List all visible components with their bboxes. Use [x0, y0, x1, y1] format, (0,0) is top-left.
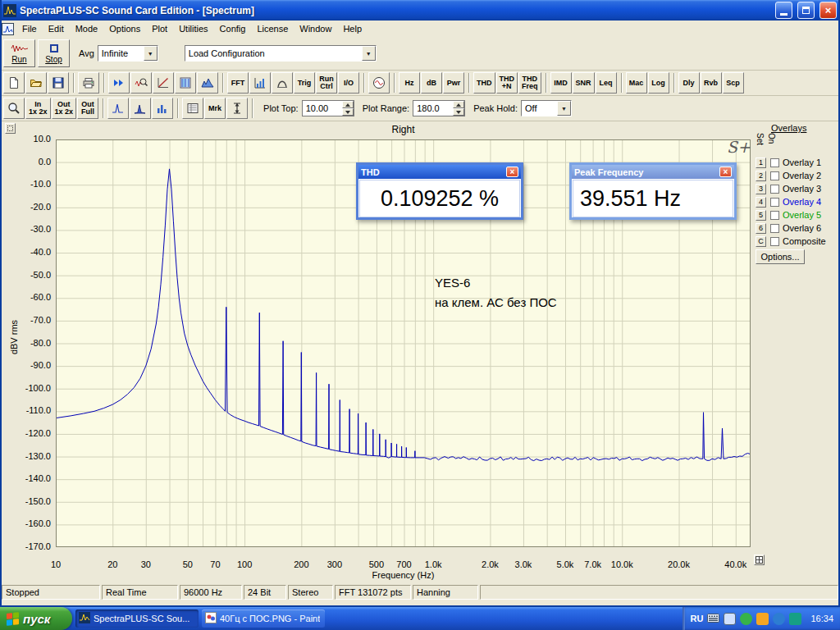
zoom-out-preset-button[interactable]: Out 1x 2x — [52, 98, 77, 119]
overlay-set-button-3[interactable]: 3 — [756, 184, 766, 194]
overlay-set-button-6[interactable]: 6 — [756, 223, 766, 234]
zoom-full-button[interactable]: Out Full — [77, 98, 98, 119]
spectrogram-button[interactable] — [175, 72, 196, 94]
run-button[interactable]: Run — [3, 39, 35, 67]
plot-top-input[interactable]: 10.00 — [302, 100, 354, 116]
plot-top-input-value[interactable]: 10.00 — [303, 101, 342, 116]
db-button[interactable]: dB — [421, 72, 442, 94]
plot-range-input[interactable]: 180.0 — [413, 100, 465, 116]
tray-icon-3[interactable] — [756, 613, 769, 625]
plot-range-input-value[interactable]: 180.0 — [413, 101, 453, 116]
menu-license[interactable]: License — [251, 21, 294, 36]
overlay-set-button-C[interactable]: C — [756, 236, 766, 247]
peak-frequency-titlebar[interactable]: Peak Frequency × — [572, 165, 734, 179]
menu-file[interactable]: File — [16, 21, 43, 36]
line-display-button[interactable] — [107, 98, 129, 119]
overlay-set-button-1[interactable]: 1 — [756, 158, 766, 168]
scp-button[interactable]: Scp — [723, 72, 744, 94]
imd-button[interactable]: IMD — [550, 72, 572, 94]
overlay-set-button-2[interactable]: 2 — [756, 171, 766, 181]
mac-button[interactable]: Mac — [626, 72, 647, 94]
menu-config[interactable]: Config — [214, 21, 252, 36]
snr-button[interactable]: SNR — [573, 72, 595, 94]
menu-window[interactable]: Window — [294, 21, 337, 36]
zoom-button[interactable] — [3, 98, 25, 119]
plot-top-input-down-button[interactable] — [342, 108, 354, 116]
zoom-waveform-button[interactable] — [130, 72, 152, 94]
menu-help[interactable]: Help — [337, 21, 368, 36]
chevron-down-icon[interactable]: ▼ — [557, 101, 571, 116]
taskbar-task-2[interactable]: 40Гц с ПОС.PNG - Paint — [202, 609, 325, 628]
rvb-button[interactable]: Rvb — [701, 72, 722, 94]
dly-button[interactable]: Dly — [678, 72, 700, 94]
language-indicator[interactable]: RU — [691, 614, 704, 623]
tray-icon-1[interactable] — [724, 613, 736, 625]
run-control-button[interactable]: Run Ctrl — [316, 72, 337, 94]
phase-plot-button[interactable] — [153, 72, 174, 94]
overlay-on-checkbox-2[interactable] — [770, 171, 779, 180]
tray-icon-4[interactable] — [773, 613, 785, 625]
bar-display-button[interactable] — [152, 98, 173, 119]
tray-icon-5[interactable] — [789, 613, 801, 625]
minimize-button[interactable] — [775, 2, 792, 19]
zoom-in-preset-button[interactable]: In 1x 2x — [25, 98, 51, 119]
overlay-on-checkbox-4[interactable] — [770, 198, 779, 207]
maximize-button[interactable] — [797, 2, 815, 19]
open-file-button[interactable] — [25, 72, 47, 94]
leq-button[interactable]: Leq — [596, 72, 617, 94]
peak-hold-select[interactable]: Off▼ — [521, 100, 572, 116]
thd-window-titlebar[interactable]: THD × — [358, 165, 521, 179]
overlay-set-button-5[interactable]: 5 — [756, 210, 766, 221]
stop-button[interactable]: Stop — [38, 39, 70, 67]
save-button[interactable] — [48, 72, 69, 94]
chevron-down-icon[interactable]: ▼ — [362, 46, 376, 61]
overlay-on-checkbox-3[interactable] — [770, 185, 779, 194]
new-document-button[interactable] — [3, 72, 25, 94]
fft-settings-button[interactable]: FFT — [227, 72, 249, 94]
overlay-on-checkbox-1[interactable] — [770, 158, 779, 167]
thd-button[interactable]: THD — [473, 72, 495, 94]
print-button[interactable] — [78, 72, 99, 94]
overlay-on-checkbox-5[interactable] — [770, 211, 779, 220]
fast-forward-button[interactable] — [108, 72, 130, 94]
menu-edit[interactable]: Edit — [43, 21, 70, 36]
plot-grid-button[interactable] — [754, 555, 765, 565]
thd-close-button[interactable]: × — [506, 167, 518, 177]
plot-corner-button[interactable] — [5, 123, 16, 134]
plot-top-input-up-button[interactable] — [342, 101, 354, 108]
vertical-scale-button[interactable] — [226, 98, 248, 119]
overlay-on-checkbox-C[interactable] — [770, 237, 779, 246]
plot-range-input-down-button[interactable] — [453, 108, 464, 116]
marker-table-button[interactable] — [182, 98, 203, 119]
overlay-on-checkbox-6[interactable] — [770, 224, 779, 233]
taskbar-task-1[interactable]: SpectraPLUS-SC Sou... — [75, 609, 199, 628]
surface-plot-button[interactable] — [197, 72, 218, 94]
plot-range-input-up-button[interactable] — [453, 101, 464, 108]
close-button[interactable]: × — [819, 2, 837, 19]
signal-generator-button[interactable] — [368, 72, 390, 94]
keyboard-icon[interactable] — [707, 614, 719, 624]
menu-utilities[interactable]: Utilities — [173, 21, 213, 36]
avg-select[interactable]: Infinite ▼ — [98, 45, 158, 62]
menu-plot[interactable]: Plot — [146, 21, 173, 36]
start-button[interactable]: пуск — [0, 607, 72, 630]
io-button[interactable]: I/O — [338, 72, 359, 94]
filled-display-button[interactable] — [130, 98, 151, 119]
tray-icon-2[interactable] — [740, 613, 752, 625]
hz-button[interactable]: Hz — [399, 72, 420, 94]
overlay-set-button-4[interactable]: 4 — [756, 197, 766, 208]
thd-freq-button[interactable]: THD Freq — [518, 72, 541, 94]
menu-mode[interactable]: Mode — [70, 21, 104, 36]
peak-frequency-close-button[interactable]: × — [719, 167, 732, 177]
markers-button[interactable]: Mrk — [204, 98, 226, 119]
scaling-button[interactable] — [249, 72, 271, 94]
chevron-down-icon[interactable]: ▼ — [144, 46, 158, 61]
weighting-button[interactable] — [272, 72, 293, 94]
menu-options[interactable]: Options — [103, 21, 146, 36]
trigger-button[interactable]: Trig — [294, 72, 315, 94]
log-button[interactable]: Log — [648, 72, 669, 94]
taskbar-clock[interactable]: 16:34 — [810, 614, 833, 623]
thd-n-button[interactable]: THD +N — [496, 72, 518, 94]
pwr-button[interactable]: Pwr — [443, 72, 464, 94]
overlays-options-button[interactable]: Options... — [756, 249, 805, 264]
